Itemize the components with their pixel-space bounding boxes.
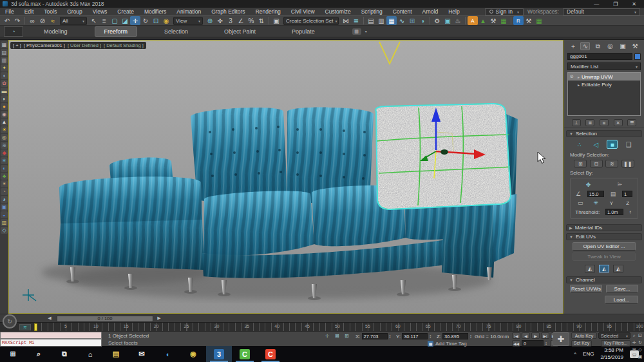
polygon-subobject-icon[interactable]: ■ [607,140,618,149]
crate-icon[interactable]: ▥ [1,219,8,226]
visibility-eye-icon[interactable]: ⊙ [570,74,576,79]
key-icon[interactable]: ✦ [1,64,8,71]
align-icon[interactable]: ≣ [351,16,361,25]
store-app-icon[interactable]: ⌂ [77,346,103,362]
xy-cross-icon[interactable]: ✳ [593,200,598,206]
file-explorer-icon[interactable]: ▤ [103,346,129,362]
open-uv-editor-button[interactable]: Open UV Editor ... [573,242,636,251]
modifier-stack-item-editable-poly[interactable]: ▸Editable Poly [568,81,640,88]
menu-content[interactable]: Content [388,8,417,15]
material-editor-icon[interactable]: ◑ [417,16,428,25]
globe-icon[interactable]: ◐ [1,165,8,172]
use-pivot-point-center-icon[interactable]: ⊕ [205,16,215,25]
schedule-table-icon[interactable]: ▦ [534,16,544,25]
select-and-scale-icon[interactable]: ⊡ [151,16,161,25]
vertex-subobject-icon[interactable]: ∴ [574,140,585,149]
language-indicator[interactable]: ENG [583,351,594,357]
select-and-place-icon[interactable]: ◉ [161,16,171,25]
object-color-swatch[interactable] [634,53,641,60]
edge-ring-icon[interactable]: ≋ [605,160,618,167]
menu-file[interactable]: File [0,8,19,15]
previous-frame-button[interactable]: ◀ [522,332,530,339]
ribbon-tab-freeform[interactable]: Freeform [95,26,138,37]
ribbon-config-icon[interactable]: ◔ [4,26,23,37]
atom-icon[interactable]: ✳ [1,157,8,164]
slab-icon[interactable]: ▬ [1,88,8,95]
snaps-toggle-icon[interactable]: 3 [225,16,236,25]
spinner-icon[interactable]: ▲▼ [389,334,393,338]
menu-customize[interactable]: Customize [320,8,356,15]
edit-uvs-rollout-header[interactable]: ▼ Edit UVs [566,233,642,240]
reference-coordinate-system-dropdown[interactable]: View▾ [173,17,203,25]
camtasia-recorder-icon[interactable]: C [258,346,283,362]
data-table-icon[interactable]: ▦ [498,16,509,25]
ball-icon[interactable]: ◕ [1,196,8,203]
cone-icon[interactable]: ▲ [1,119,8,126]
create-key-button[interactable]: ✚ [553,332,569,346]
named-selection-sets-dropdown[interactable]: Create Selection Set▾ [283,17,339,25]
minimize-button[interactable]: — [594,1,599,7]
save-uvws-button[interactable]: Save... [606,285,638,293]
rendered-frame-window-icon[interactable]: ▣ [442,16,453,25]
moon-icon[interactable]: ◖ [1,72,8,79]
uv-preview-icon-2[interactable]: ◭ [599,265,609,272]
menu-group[interactable]: Group [62,8,88,15]
isolate-selection-icon[interactable]: ⊹ [325,333,330,339]
camera-viewport[interactable]: [ + ] [ PhysCamera001 ] [ User Defined ]… [8,40,564,314]
uv-preview-icon-1[interactable]: ◭ [585,265,595,272]
modifier-list-dropdown[interactable]: Modifier List ▾ [567,62,641,70]
capsule-icon[interactable]: ◆ [1,149,8,157]
unlink-selection-icon[interactable]: ⊘ [37,16,48,25]
sun-icon[interactable]: ☀ [1,126,8,133]
scene-converter-icon[interactable]: ⚒ [524,16,534,25]
close-button[interactable]: ✕ [632,1,636,7]
show-end-result-icon[interactable]: ≣ [585,119,594,126]
spinner-snap-toggle-icon[interactable]: ⇅ [256,16,267,25]
planar-angle-field[interactable]: 15.0 [587,191,604,197]
viewport-layout-rows-icon[interactable]: ▤ [1,49,8,56]
maximize-viewport-icon[interactable]: ▣ [638,354,643,360]
current-frame-marker[interactable] [34,323,37,331]
zoom-extents-icon[interactable]: ⊡ [638,332,643,339]
motion-tab[interactable]: ◎ [605,42,615,50]
select-and-move-icon[interactable]: ✛ [130,16,140,25]
select-object-icon[interactable]: ↖ [89,16,99,25]
edge-subobject-icon[interactable]: ◁ [591,140,601,149]
menu-help[interactable]: Help [443,8,464,15]
previous-frame-arrow[interactable]: ◀ [46,316,53,321]
key-selection-dropdown[interactable]: Selected ▾ [598,332,630,339]
expand-arrow-icon[interactable]: ▸ [578,82,580,87]
dome-icon[interactable]: ◗ [1,95,8,102]
viewport-menu-plus[interactable]: [ + ] [13,43,21,48]
redo-icon[interactable]: ↷ [12,16,23,25]
ribbon-tab-selection[interactable]: Selection [155,27,197,36]
z-axis-button[interactable]: Z [625,200,630,206]
reset-uvws-button[interactable]: Reset UVWs [570,285,602,293]
search-button[interactable]: ⌕ [26,346,52,362]
sign-in-button[interactable]: Sign In ▾ [485,8,524,15]
track-bar[interactable]: ≋ 51015202530354045505560657075808590951… [0,322,644,331]
paint-app-icon[interactable]: ◖ [155,346,180,362]
percent-snap-toggle-icon[interactable]: % [246,16,256,25]
sphere-icon[interactable]: ● [1,103,8,110]
material-ids-rollout-header[interactable]: ▶ Material IDs [566,224,642,231]
render-in-autodesk-a360-icon[interactable]: A [468,16,478,25]
spinner-icon[interactable]: ▲▼ [629,210,633,214]
open-mini-curve-editor-button[interactable]: ↻ [3,314,17,329]
toggle-ribbon-icon[interactable]: ▦ [386,16,397,25]
curve-editor-icon[interactable]: ∿ [397,16,407,25]
edit-named-selection-sets-icon[interactable]: ▣ [271,16,281,25]
tray-expand-caret[interactable]: ^ [574,351,576,357]
project-tools-icon[interactable]: ⚒ [488,16,498,25]
select-and-rotate-icon[interactable]: ↻ [140,16,151,25]
ribbon-tab-object-paint[interactable]: Object Paint [215,27,265,36]
object-name-field[interactable]: ggg001 [567,53,632,60]
selection-filter-dropdown[interactable]: All▾ [60,17,87,25]
selected-uv-cushion[interactable] [370,100,518,216]
key-mode-toggle[interactable]: ◀◀ [512,340,520,347]
menu-graph-editors[interactable]: Graph Editors [206,8,250,15]
display-tab[interactable]: ▣ [618,42,627,50]
rain-icon[interactable]: ≋ [1,142,8,149]
gem-icon[interactable]: ◇ [1,227,8,234]
time-slider[interactable]: 0 / 100 [57,316,153,322]
